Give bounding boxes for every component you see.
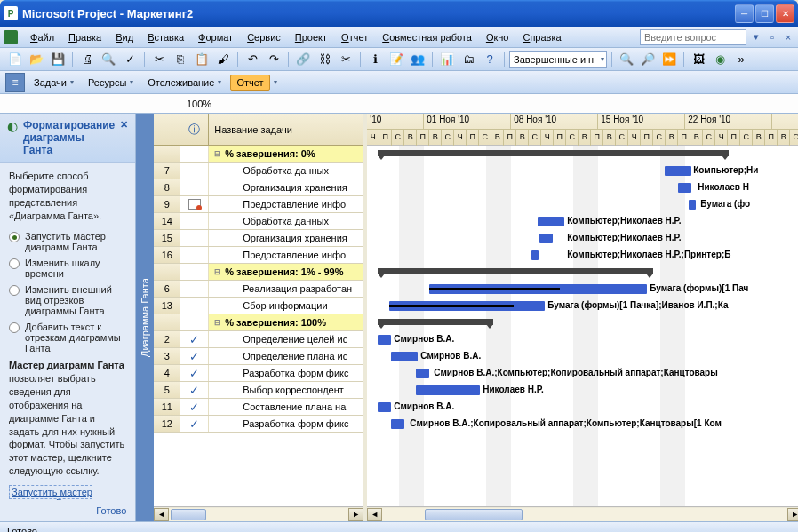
task-row[interactable]: 9Предоставление инфо (154, 196, 363, 213)
new-button[interactable]: 📄 (5, 50, 25, 69)
menu-Вставка[interactable]: Вставка (140, 29, 191, 45)
preview-button[interactable]: 🔍 (99, 50, 118, 69)
menu-Проект[interactable]: Проект (288, 29, 334, 45)
task-bar[interactable] (678, 183, 691, 193)
menu-Совместная работа[interactable]: Совместная работа (375, 29, 479, 45)
task-row[interactable]: 5✓Выбор корреспондент (154, 382, 363, 399)
close-child-icon[interactable]: × (782, 31, 794, 44)
resources-guide[interactable]: Ресурсы▾ (83, 75, 139, 90)
maximize-button[interactable]: ☐ (755, 4, 774, 23)
task-row[interactable]: 6Реализация разработан (154, 281, 363, 298)
unlink-button[interactable]: ⛓ (315, 50, 334, 69)
group-row[interactable]: % завершения: 0% (154, 146, 363, 163)
groups-button[interactable]: 🗂 (459, 50, 478, 69)
spell-button[interactable]: ✓ (120, 50, 140, 69)
tasks-guide[interactable]: Задачи▾ (28, 75, 79, 90)
undo-button[interactable]: ↶ (243, 50, 262, 69)
task-bar[interactable] (429, 284, 647, 294)
restore-child-icon[interactable]: ▫ (766, 31, 778, 44)
cut-button[interactable]: ✂ (149, 50, 169, 69)
task-bar[interactable] (665, 166, 691, 176)
col-name[interactable]: Название задачи (209, 114, 363, 145)
task-bar[interactable] (416, 385, 480, 395)
task-row[interactable]: 16Предоставление инфо (154, 247, 363, 264)
task-row[interactable]: 11✓Составление плана на (154, 399, 363, 416)
paste-button[interactable]: 📋 (192, 50, 211, 69)
panel-close-icon[interactable]: ✕ (120, 119, 128, 131)
summary-bar[interactable] (378, 268, 653, 274)
publish-button[interactable]: 📊 (437, 50, 457, 69)
menu-Формат[interactable]: Формат (191, 29, 240, 45)
task-bar[interactable] (389, 301, 545, 311)
print-button[interactable]: 🖨 (77, 50, 97, 69)
menu-Файл[interactable]: Файл (23, 29, 61, 45)
split-button[interactable]: ✂ (336, 50, 355, 69)
task-bar[interactable] (689, 200, 696, 210)
assign-button[interactable]: 👥 (408, 50, 427, 69)
scroll-left-icon[interactable]: ◄ (154, 508, 169, 521)
help-search-input[interactable] (640, 29, 746, 45)
more-icon[interactable]: » (731, 50, 751, 69)
task-bar[interactable] (378, 402, 391, 412)
chart-scroll-left-icon[interactable]: ◄ (367, 508, 382, 521)
info-button[interactable]: ℹ (365, 50, 385, 69)
task-row[interactable]: 4✓Разработка форм фикс (154, 365, 363, 382)
menu-Вид[interactable]: Вид (108, 29, 140, 45)
menu-Окно[interactable]: Окно (479, 29, 516, 45)
copy-button[interactable]: ⎘ (171, 50, 190, 69)
report-guide[interactable]: Отчет (230, 75, 269, 91)
group-row[interactable]: % завершения: 1% - 99% (154, 264, 363, 281)
chart-scroll-right-icon[interactable]: ► (787, 508, 798, 521)
menu-Отчет[interactable]: Отчет (334, 29, 375, 45)
radio-option[interactable]: Изменить шкалу времени (9, 258, 126, 279)
task-bar[interactable] (391, 352, 418, 361)
goto-button[interactable]: ⏩ (659, 50, 679, 69)
launch-wizard-link[interactable]: Запустить мастер диаграмм Ганта... (9, 485, 92, 500)
col-info[interactable]: ⓘ (180, 114, 209, 145)
zoom-in-button[interactable]: 🔍 (617, 50, 636, 69)
guide-toggle-button[interactable]: ≡ (5, 73, 25, 92)
table-hscroll[interactable]: ◄ ► (154, 506, 363, 521)
close-button[interactable]: ✕ (776, 4, 794, 23)
task-row[interactable]: 3✓Определение плана ис (154, 348, 363, 365)
ms-help-button[interactable]: ◉ (710, 50, 730, 69)
notes-button[interactable]: 📝 (387, 50, 406, 69)
task-row[interactable]: 14Обработка данных (154, 213, 363, 230)
minimize-button[interactable]: ─ (735, 4, 754, 23)
help-dropdown-icon[interactable]: ▾ (750, 31, 762, 44)
formula-bar[interactable]: 100% (0, 94, 798, 114)
task-bar[interactable] (538, 217, 564, 226)
summary-bar[interactable] (378, 319, 493, 325)
radio-option[interactable]: Изменить внешний вид отрезков диаграммы … (9, 284, 126, 316)
task-bar[interactable] (416, 369, 429, 378)
menu-Справка[interactable]: Справка (515, 29, 568, 45)
scroll-right-icon[interactable]: ► (348, 508, 363, 521)
task-bar[interactable] (531, 250, 539, 260)
copy-pic-button[interactable]: 🖼 (689, 50, 708, 69)
save-button[interactable]: 💾 (48, 50, 68, 69)
redo-button[interactable]: ↷ (264, 50, 283, 69)
task-row[interactable]: 12✓Разработка форм фикс (154, 416, 363, 433)
chart-hscroll[interactable]: ◄ ► (367, 506, 798, 521)
task-row[interactable]: 13Сбор информации (154, 298, 363, 314)
task-row[interactable]: 2✓Определение целей ис (154, 331, 363, 348)
task-row[interactable]: 7Обработка данных (154, 163, 363, 179)
group-combo[interactable]: Завершенные и н (509, 51, 607, 68)
radio-option[interactable]: Добавить текст к отрезкам диаграммы Гант… (9, 322, 126, 353)
gantt-tab[interactable]: Диаграмма Ганта (136, 114, 154, 521)
summary-bar[interactable] (378, 150, 729, 156)
menu-Правка[interactable]: Правка (61, 29, 108, 45)
menu-Сервис[interactable]: Сервис (240, 29, 288, 45)
task-bar[interactable] (391, 419, 404, 429)
tracking-guide[interactable]: Отслеживание▾ (142, 75, 227, 90)
task-bar[interactable] (378, 335, 391, 345)
task-row[interactable]: 8Организация хранения (154, 179, 363, 196)
col-id[interactable] (154, 114, 180, 145)
task-row[interactable]: 15Организация хранения (154, 230, 363, 247)
link-button[interactable]: 🔗 (293, 50, 313, 69)
zoom-out-button[interactable]: 🔎 (638, 50, 658, 69)
open-button[interactable]: 📂 (27, 50, 46, 69)
group-row[interactable]: % завершения: 100% (154, 314, 363, 331)
format-painter-button[interactable]: 🖌 (213, 50, 233, 69)
radio-option[interactable]: Запустить мастер диаграмм Ганта (9, 231, 126, 252)
